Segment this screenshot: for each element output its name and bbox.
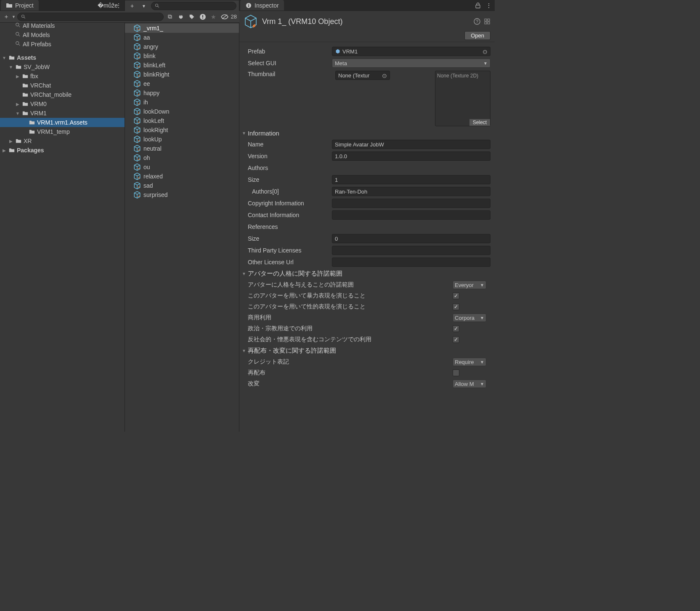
fav-all-prefabs[interactable]: All Prefabs [0, 40, 125, 49]
asset-item[interactable]: sad [125, 181, 239, 190]
preset-icon[interactable] [484, 18, 491, 25]
asset-item[interactable]: lookDown [125, 107, 239, 116]
asset-item[interactable]: happy [125, 88, 239, 98]
asset-item[interactable]: ih [125, 98, 239, 107]
chevron-down-icon[interactable]: ▼ [12, 15, 16, 19]
svg-point-0 [16, 23, 19, 26]
inspector-tab[interactable]: Inspector [240, 0, 284, 11]
redistribution-checkbox[interactable] [453, 369, 459, 376]
svg-rect-13 [476, 5, 480, 8]
prefab-label: Prefab [248, 48, 332, 55]
section-avatar-permission[interactable]: ▼ アバターの人格に関する許諾範囲 [239, 268, 495, 279]
object-picker-icon[interactable]: ⊙ [483, 48, 488, 55]
asset-item[interactable]: blinkRight [125, 70, 239, 79]
asset-item[interactable]: lookRight [125, 125, 239, 135]
asset-item[interactable]: blinkLeft [125, 61, 239, 70]
search-input[interactable] [17, 13, 164, 21]
copyright-field[interactable] [332, 199, 491, 208]
folder-sv-jobw[interactable]: ▼ SV_JobW [0, 62, 125, 72]
svg-rect-17 [488, 19, 490, 21]
authors-size-field[interactable]: 1 [332, 175, 491, 184]
commercial-dropdown[interactable]: Corpora▼ [453, 313, 486, 322]
lock-icon[interactable] [475, 2, 481, 9]
inspector-tab-bar: Inspector ⋮ [239, 0, 495, 11]
otherurl-field[interactable] [332, 258, 491, 267]
asset-item[interactable]: neutral [125, 144, 239, 153]
svg-rect-18 [485, 22, 487, 24]
asset-item[interactable]: relaxed [125, 172, 239, 181]
object-picker-icon[interactable]: ⊙ [382, 72, 387, 79]
asset-item[interactable]: angry [125, 42, 239, 51]
search-icon [155, 3, 160, 8]
sexual-checkbox[interactable]: ✓ [453, 303, 459, 310]
menu-icon[interactable]: ⋮ [115, 2, 122, 9]
thumbnail-field[interactable]: None (Textur ⊙ [335, 71, 390, 80]
folder-icon [8, 55, 15, 61]
asset-item[interactable]: lookUp [125, 135, 239, 144]
folder-vrm1[interactable]: ▼ VRM1 [0, 109, 125, 118]
asset-item[interactable]: lookLeft [125, 116, 239, 125]
version-field[interactable]: 1.0.0 [332, 151, 491, 161]
violent-checkbox[interactable]: ✓ [453, 292, 459, 299]
label-icon[interactable] [187, 12, 196, 21]
lock-icon[interactable]: �může [104, 2, 111, 9]
thumbnail-select-button[interactable]: Select [469, 119, 490, 126]
asset-item[interactable]: aa [125, 33, 239, 42]
references-size-field[interactable]: 0 [332, 234, 491, 243]
project-tree: ▼ ★ Favorites All Materials All Models [0, 11, 125, 156]
asset-item[interactable]: _vrm1_ [125, 24, 239, 33]
folder-vrchat-mobile[interactable]: VRChat_mobile [0, 90, 125, 99]
folder-icon [22, 92, 29, 98]
contact-field[interactable] [332, 210, 491, 220]
add-button[interactable]: + [127, 1, 137, 11]
asset-item[interactable]: surprised [125, 190, 239, 199]
inspector-tab-label: Inspector [255, 2, 279, 9]
folder-vrchat[interactable]: VRChat [0, 81, 125, 90]
folder-fbx[interactable]: ▶ fbx [0, 72, 125, 81]
asset-list: _vrm1_aaangryblinkblinkLeftblinkRighteeh… [125, 23, 239, 200]
folder-icon [8, 147, 15, 153]
filter-type-icon[interactable] [176, 12, 186, 21]
packages-root[interactable]: ▶ Packages [0, 146, 125, 155]
project-tab[interactable]: Project [1, 0, 39, 11]
political-checkbox[interactable]: ✓ [453, 325, 459, 332]
prefab-field[interactable]: VRM1 ⊙ [332, 47, 491, 56]
avatar-personality-dropdown[interactable]: Everyor▼ [453, 281, 486, 289]
folder-icon [6, 2, 13, 9]
folder-xr[interactable]: ▶ XR [0, 136, 125, 146]
name-field[interactable]: Simple Avatar JobW [332, 140, 491, 149]
thirdparty-field[interactable] [332, 246, 491, 255]
search-input[interactable] [151, 2, 236, 10]
project-tab-label: Project [15, 2, 34, 9]
visibility-icon[interactable] [220, 12, 229, 21]
fav-all-materials[interactable]: All Materials [0, 21, 125, 30]
folder-vrm1-assets[interactable]: VRM1.vrm1.Assets [0, 118, 125, 127]
star-icon[interactable]: ★ [209, 12, 218, 21]
folder-vrm1-temp[interactable]: VRM1_temp [0, 127, 125, 136]
folder-vrm0[interactable]: ▶ VRM0 [0, 99, 125, 109]
modification-dropdown[interactable]: Allow M▼ [453, 380, 486, 388]
credit-dropdown[interactable]: Require▼ [453, 358, 486, 366]
fav-all-models[interactable]: All Models [0, 30, 125, 40]
asset-item[interactable]: blink [125, 51, 239, 61]
asset-item[interactable]: ee [125, 79, 239, 88]
section-information[interactable]: ▼ Information [239, 128, 495, 138]
section-redistribution[interactable]: ▼ 再配布・改変に関する許諾範囲 [239, 345, 495, 356]
selectgui-dropdown[interactable]: Meta ▼ [332, 58, 491, 68]
warning-icon[interactable] [198, 12, 207, 21]
authors0-field[interactable]: Ran-Ten-Doh [332, 187, 491, 196]
thumbnail-preview[interactable]: None (Texture 2D) Select [435, 71, 491, 126]
add-button[interactable]: ＋ [3, 12, 10, 21]
menu-icon[interactable]: ⋮ [485, 2, 492, 9]
antisocial-checkbox[interactable]: ✓ [453, 336, 459, 343]
open-button[interactable]: Open [464, 31, 491, 40]
project-toolbar: + ▼ [125, 0, 239, 12]
help-icon[interactable]: ? [474, 18, 480, 25]
svg-rect-12 [248, 4, 249, 5]
asset-item[interactable]: ou [125, 162, 239, 172]
chevron-down-icon[interactable]: ▼ [139, 1, 148, 11]
cube-icon [133, 173, 141, 180]
filter-icon[interactable]: ⧉ [165, 12, 175, 21]
asset-item[interactable]: oh [125, 153, 239, 162]
assets-root[interactable]: ▼ Assets [0, 53, 125, 62]
